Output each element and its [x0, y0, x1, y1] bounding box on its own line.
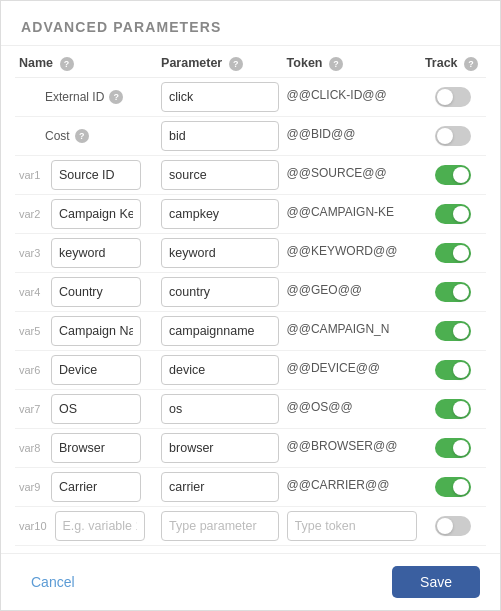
parameter-input[interactable]	[161, 511, 279, 541]
table-row: var2@@CAMPAIGN-KE	[15, 194, 486, 233]
advanced-parameters-dialog: ADVANCED PARAMETERS Name ? Parameter ? T…	[0, 0, 501, 611]
var-label: var3	[19, 247, 47, 259]
token-value: @@KEYWORD@@	[287, 244, 398, 258]
table-row: var9@@CARRIER@@	[15, 467, 486, 506]
col-header-token: Token ?	[283, 46, 421, 77]
col-header-track: Track ?	[421, 46, 486, 77]
dialog-footer: Cancel Save	[1, 553, 500, 610]
var-label: var1	[19, 169, 47, 181]
track-toggle[interactable]	[435, 438, 471, 458]
name-input[interactable]	[51, 277, 141, 307]
parameter-input[interactable]	[161, 316, 279, 346]
track-toggle[interactable]	[435, 516, 471, 536]
dialog-title: ADVANCED PARAMETERS	[21, 19, 221, 35]
table-row: var5@@CAMPAIGN_N	[15, 311, 486, 350]
var-label: var10	[19, 520, 51, 532]
token-value: @@CAMPAIGN-KE	[287, 205, 394, 219]
fixed-row-name: Cost	[43, 129, 72, 143]
token-value: @@OS@@	[287, 400, 353, 414]
name-input[interactable]	[51, 433, 141, 463]
row-help-icon[interactable]: ?	[75, 129, 89, 143]
track-toggle[interactable]	[435, 87, 471, 107]
row-help-icon[interactable]: ?	[109, 90, 123, 104]
var-label: var6	[19, 364, 47, 376]
name-input[interactable]	[51, 160, 141, 190]
table-area: Name ? Parameter ? Token ? Track ?	[1, 46, 500, 553]
dialog-header: ADVANCED PARAMETERS	[1, 1, 500, 46]
parameter-input[interactable]	[161, 472, 279, 502]
table-row: var7@@OS@@	[15, 389, 486, 428]
token-value: @@DEVICE@@	[287, 361, 380, 375]
var-label: var5	[19, 325, 47, 337]
save-button[interactable]: Save	[392, 566, 480, 598]
name-input[interactable]	[51, 316, 141, 346]
parameter-input[interactable]	[161, 433, 279, 463]
var-label: var7	[19, 403, 47, 415]
track-toggle[interactable]	[435, 282, 471, 302]
parameter-input[interactable]	[161, 82, 279, 112]
var-label: var9	[19, 481, 47, 493]
table-row: var4@@GEO@@	[15, 272, 486, 311]
token-value: @@SOURCE@@	[287, 166, 387, 180]
var-label: var4	[19, 286, 47, 298]
parameter-input[interactable]	[161, 394, 279, 424]
fixed-row-name: External ID	[43, 90, 106, 104]
track-toggle[interactable]	[435, 204, 471, 224]
table-row: var1@@SOURCE@@	[15, 155, 486, 194]
track-toggle[interactable]	[435, 243, 471, 263]
table-row: External ID?@@CLICK-ID@@	[15, 77, 486, 116]
token-help-icon[interactable]: ?	[329, 57, 343, 71]
table-row: Cost?@@BID@@	[15, 116, 486, 155]
token-value: @@CARRIER@@	[287, 478, 390, 492]
table-row: var6@@DEVICE@@	[15, 350, 486, 389]
token-value: @@GEO@@	[287, 283, 362, 297]
track-toggle[interactable]	[435, 477, 471, 497]
col-header-name: Name ?	[15, 46, 157, 77]
token-value: @@CLICK-ID@@	[287, 88, 387, 102]
table-row: var10	[15, 506, 486, 545]
name-input[interactable]	[51, 238, 141, 268]
parameter-input[interactable]	[161, 238, 279, 268]
var-label: var2	[19, 208, 47, 220]
name-input[interactable]	[51, 472, 141, 502]
token-input[interactable]	[287, 511, 417, 541]
parameter-input[interactable]	[161, 199, 279, 229]
track-toggle[interactable]	[435, 165, 471, 185]
track-toggle[interactable]	[435, 360, 471, 380]
name-input[interactable]	[51, 199, 141, 229]
parameter-help-icon[interactable]: ?	[229, 57, 243, 71]
table-row: var3@@KEYWORD@@	[15, 233, 486, 272]
parameter-input[interactable]	[161, 277, 279, 307]
token-value: @@BID@@	[287, 127, 356, 141]
track-toggle[interactable]	[435, 126, 471, 146]
parameter-input[interactable]	[161, 160, 279, 190]
table-row: var8@@BROWSER@@	[15, 428, 486, 467]
token-value: @@BROWSER@@	[287, 439, 398, 453]
name-help-icon[interactable]: ?	[60, 57, 74, 71]
cancel-button[interactable]: Cancel	[21, 568, 85, 596]
track-help-icon[interactable]: ?	[464, 57, 478, 71]
name-input[interactable]	[55, 511, 145, 541]
parameters-table: Name ? Parameter ? Token ? Track ?	[15, 46, 486, 546]
track-toggle[interactable]	[435, 399, 471, 419]
parameter-input[interactable]	[161, 121, 279, 151]
parameter-input[interactable]	[161, 355, 279, 385]
name-input[interactable]	[51, 355, 141, 385]
col-header-parameter: Parameter ?	[157, 46, 283, 77]
var-label: var8	[19, 442, 47, 454]
token-value: @@CAMPAIGN_N	[287, 322, 390, 336]
track-toggle[interactable]	[435, 321, 471, 341]
name-input[interactable]	[51, 394, 141, 424]
